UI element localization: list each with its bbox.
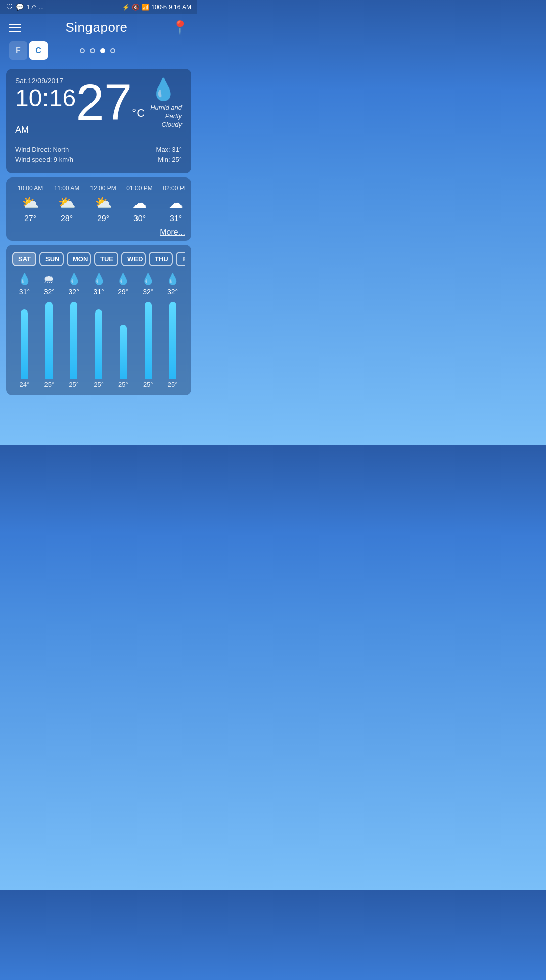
weekly-max-temp: 32° <box>143 288 153 296</box>
day-tabs[interactable]: SATSUNMONTUEWEDTHUFRI <box>12 252 185 266</box>
hourly-temp: 30° <box>133 214 146 224</box>
temp-max: Max: 31° <box>156 145 182 155</box>
unit-toggle: F C <box>9 41 48 60</box>
hourly-item: 01:00 PM ☁ 30° <box>121 185 158 224</box>
condition-label: Humid and Partly Cloudy <box>145 104 182 129</box>
weekly-col-tue: 💧 31° 25° <box>86 273 111 388</box>
day-tab-wed[interactable]: WED <box>121 252 146 266</box>
weekly-weather-icon: 💧 <box>166 273 179 286</box>
weekly-bar-container <box>145 298 152 379</box>
weekly-max-temp: 31° <box>19 288 30 296</box>
page-indicator <box>80 48 115 53</box>
weekly-max-temp: 29° <box>118 288 128 296</box>
current-time: 10:16 AM <box>15 85 76 139</box>
weekly-bar <box>46 302 53 379</box>
weekly-bar <box>70 302 77 379</box>
day-tab-sun[interactable]: SUN <box>39 252 64 266</box>
current-weather-card: Sat.12/09/2017 10:16 AM 27°C 💧 Humid and… <box>6 69 191 173</box>
page-dot-4[interactable] <box>110 48 115 53</box>
page-dot-2[interactable] <box>90 48 95 53</box>
bluetooth-icon: ⚡ <box>122 4 130 11</box>
battery-label: 100% <box>151 4 167 11</box>
hourly-weather-icon: ☁ <box>132 195 147 211</box>
weekly-weather-icon: 💧 <box>67 273 81 286</box>
day-tab-sat[interactable]: SAT <box>12 252 36 266</box>
hourly-temp: 27° <box>24 214 36 224</box>
hourly-temp: 31° <box>170 214 182 224</box>
hourly-weather-icon: ☁ <box>169 195 183 211</box>
shield-icon: 🛡 <box>6 3 13 11</box>
weekly-col-wed: 💧 29° 25° <box>111 273 135 388</box>
hamburger-line <box>9 24 21 25</box>
day-tab-tue[interactable]: TUE <box>94 252 118 266</box>
hourly-forecast-card: 10:00 AM ⛅ 27° 11:00 AM ⛅ 28° 12:00 PM ⛅… <box>6 177 191 241</box>
weekly-col-sun: 🌧 32° 25° <box>37 273 62 388</box>
weekly-bar <box>120 325 127 379</box>
ampm-label: AM <box>15 125 29 135</box>
weekly-bar-container <box>70 298 77 379</box>
status-bar: 🛡 💬 17° ... ⚡ 🔇 📶 100% 9:16 AM <box>0 0 197 14</box>
weekly-bar-container <box>95 298 102 379</box>
weekly-min-temp: 25° <box>69 381 79 388</box>
status-temp: 17° ... <box>27 3 44 11</box>
hourly-temp: 29° <box>97 214 109 224</box>
weekly-max-temp: 31° <box>93 288 104 296</box>
hourly-item: 11:00 AM ⛅ 28° <box>49 185 85 224</box>
weekly-min-temp: 25° <box>143 381 153 388</box>
day-tab-fri[interactable]: FRI <box>176 252 185 266</box>
city-title: Singapore <box>65 20 127 35</box>
date-time-section: Sat.12/09/2017 10:16 AM <box>15 77 76 139</box>
weekly-min-temp: 25° <box>44 381 54 388</box>
humidity-icon: 💧 <box>150 77 176 102</box>
clock: 9:16 AM <box>169 4 191 11</box>
weekly-bar <box>21 309 28 379</box>
page-dot-1[interactable] <box>80 48 85 53</box>
weekly-bar-container <box>46 298 53 379</box>
weekly-max-temp: 32° <box>69 288 79 296</box>
page-dot-3[interactable] <box>100 48 105 53</box>
temp-min: Min: 25° <box>156 155 182 165</box>
celsius-button[interactable]: C <box>29 41 48 60</box>
time-value: 10:16 <box>15 84 76 111</box>
temperature-section: 27°C <box>76 77 145 127</box>
message-icon: 💬 <box>16 3 24 11</box>
app-header: Singapore 📍 <box>0 14 197 41</box>
hourly-time: 02:00 PM <box>163 185 185 192</box>
hourly-weather-icon: ⛅ <box>95 195 112 211</box>
hamburger-line <box>9 27 21 28</box>
wind-direction: Wind Direct: North <box>15 145 73 155</box>
hourly-item: 02:00 PM ☁ 31° <box>158 185 185 224</box>
condition-section: 💧 Humid and Partly Cloudy <box>145 77 182 129</box>
weekly-weather-icon: 🌧 <box>43 273 55 286</box>
weekly-forecast-card: SATSUNMONTUEWEDTHUFRI 💧 31° 24° 🌧 32° 25… <box>6 245 191 395</box>
hamburger-line <box>9 31 21 32</box>
wifi-icon: 📶 <box>142 4 149 11</box>
location-icon[interactable]: 📍 <box>172 20 188 35</box>
weekly-min-temp: 25° <box>94 381 104 388</box>
hourly-weather-icon: ⛅ <box>22 195 39 211</box>
weekly-grid: 💧 31° 24° 🌧 32° 25° 💧 32° 25° 💧 31° 25° … <box>12 273 185 388</box>
weekly-weather-icon: 💧 <box>141 273 155 286</box>
weekly-bar <box>95 309 102 379</box>
weekly-bar <box>145 302 152 379</box>
hourly-time: 01:00 PM <box>126 185 152 192</box>
hourly-item: 12:00 PM ⛅ 29° <box>85 185 121 224</box>
weekly-max-temp: 32° <box>167 288 178 296</box>
day-tab-thu[interactable]: THU <box>149 252 173 266</box>
max-min-section: Max: 31° Min: 25° <box>156 145 182 166</box>
wind-speed: Wind speed: 9 km/h <box>15 155 73 165</box>
fahrenheit-button[interactable]: F <box>9 41 27 60</box>
current-date: Sat.12/09/2017 <box>15 77 76 85</box>
weekly-min-temp: 24° <box>20 381 30 388</box>
weekly-col-fri: 💧 32° 25° <box>160 273 185 388</box>
hourly-temp: 28° <box>61 214 73 224</box>
weekly-bar-container <box>169 298 176 379</box>
more-link[interactable]: More... <box>12 224 185 237</box>
hourly-scroll[interactable]: 10:00 AM ⛅ 27° 11:00 AM ⛅ 28° 12:00 PM ⛅… <box>12 185 185 224</box>
day-tab-mon[interactable]: MON <box>67 252 91 266</box>
weekly-bar-container <box>120 298 127 379</box>
status-left: 🛡 💬 17° ... <box>6 3 44 11</box>
weekly-min-temp: 25° <box>168 381 178 388</box>
menu-button[interactable] <box>9 24 21 32</box>
weekly-bar-container <box>21 298 28 379</box>
